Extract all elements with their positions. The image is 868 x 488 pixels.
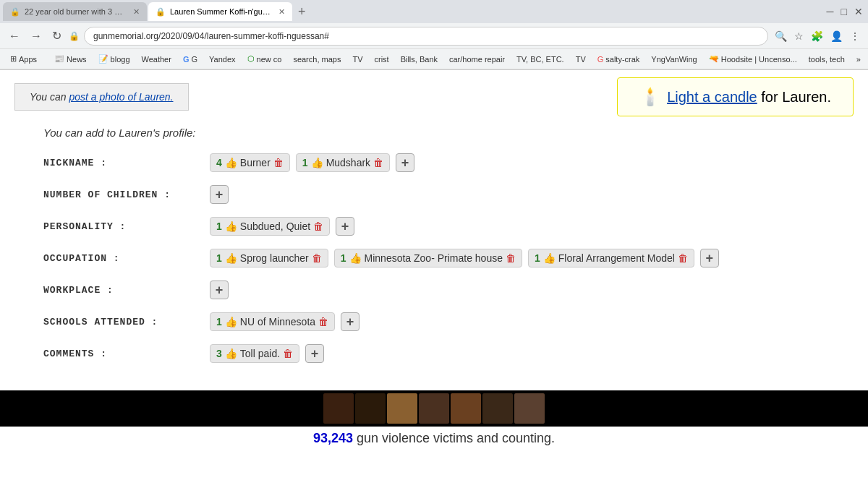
floral-trash-icon[interactable]: 🗑: [678, 252, 688, 264]
bookmark-car-home[interactable]: car/home repair: [445, 53, 509, 65]
bookmark-hoodsite[interactable]: 🔫 Hoodsite | Uncenso...: [705, 53, 801, 65]
zoo-trash-icon[interactable]: 🗑: [506, 252, 516, 264]
workplace-label: WORKPLACE :: [43, 281, 210, 296]
occupation-add-button[interactable]: +: [700, 249, 719, 267]
nickname-tag-mudshark[interactable]: 1 👍 Mudshark 🗑: [296, 153, 390, 172]
bookmark-g1[interactable]: G G: [179, 53, 202, 65]
person-photo-4: [419, 393, 449, 424]
schools-tag-nu-minnesota[interactable]: 1 👍 NU of Minnesota 🗑: [210, 312, 335, 331]
extensions-button[interactable]: 🧩: [809, 28, 825, 44]
menu-button[interactable]: ⋮: [848, 28, 862, 44]
person-photo-7: [514, 393, 545, 424]
bookmark-tv1[interactable]: TV: [348, 53, 367, 65]
nickname-tag-burner[interactable]: 4 👍 Burner 🗑: [210, 153, 290, 172]
nu-minnesota-count: 1: [216, 316, 222, 328]
bookmark-tv-bc-label: TV, BC, ETC.: [516, 55, 564, 64]
burner-thumb-icon: 👍: [225, 157, 237, 168]
star-button[interactable]: ☆: [792, 28, 806, 44]
g1-icon: G: [183, 55, 190, 64]
nu-minnesota-trash-icon[interactable]: 🗑: [318, 316, 328, 328]
occupation-values: 1 👍 Sprog launcher 🗑 1 👍 Minnesota Zoo- …: [210, 249, 719, 267]
tab-close-1[interactable]: ✕: [133, 7, 140, 17]
schools-attended-values: 1 👍 NU of Minnesota 🗑 +: [210, 312, 359, 331]
personality-tag-subdued[interactable]: 1 👍 Subdued, Quiet 🗑: [210, 217, 330, 236]
workplace-add-button[interactable]: +: [210, 281, 229, 299]
bookmark-more-label: »: [856, 55, 861, 64]
sprog-count: 1: [216, 252, 222, 264]
sprog-text: Sprog launcher: [240, 252, 309, 264]
workplace-values: +: [210, 281, 229, 299]
bookmark-tv2[interactable]: TV: [571, 53, 590, 65]
children-add-button[interactable]: +: [210, 185, 229, 204]
refresh-button[interactable]: ↻: [49, 26, 64, 46]
post-photo-link[interactable]: post a photo of Lauren.: [69, 91, 174, 103]
minimize-button[interactable]: ─: [825, 4, 836, 20]
tab-label-2: Lauren Summer Koffi-n'guessan...: [170, 7, 271, 16]
person-photo-5: [451, 393, 481, 424]
bookmark-tv-bc[interactable]: TV, BC, ETC.: [512, 53, 569, 65]
newco-icon: ⬡: [247, 54, 255, 64]
workplace-row: WORKPLACE : +: [43, 281, 825, 299]
nu-minnesota-text: NU of Minnesota: [240, 316, 315, 328]
personality-add-button[interactable]: +: [336, 217, 354, 236]
light-candle-link[interactable]: Light a candle: [667, 89, 757, 105]
comments-values: 3 👍 Toll paid. 🗑 +: [210, 344, 324, 363]
comments-add-button[interactable]: +: [305, 344, 324, 363]
tab-favicon-2: 🔒: [156, 7, 166, 17]
nickname-add-button[interactable]: +: [396, 153, 414, 172]
hoodsite-icon: 🔫: [709, 54, 719, 64]
new-tab-button[interactable]: +: [294, 4, 310, 20]
occupation-tag-zoo[interactable]: 1 👍 Minnesota Zoo- Primate house 🗑: [334, 249, 522, 267]
tab-active-2[interactable]: 🔒 Lauren Summer Koffi-n'guessan... ✕: [148, 2, 292, 21]
profile-section: You can add to Lauren's profile: NICKNAM…: [0, 119, 868, 390]
bookmark-more[interactable]: »: [852, 53, 865, 65]
back-button[interactable]: ←: [6, 27, 23, 46]
personality-row: PERSONALITY : 1 👍 Subdued, Quiet 🗑 +: [43, 217, 825, 236]
mudshark-trash-icon[interactable]: 🗑: [373, 157, 383, 168]
floral-count: 1: [535, 252, 540, 264]
occupation-tag-floral[interactable]: 1 👍 Floral Arrangement Model 🗑: [528, 249, 694, 267]
nav-bar: ← → ↻ 🔒 gunmemorial.org/2020/09/04/laure…: [0, 23, 868, 49]
bookmark-tools[interactable]: tools, tech: [804, 53, 849, 65]
address-bar[interactable]: gunmemorial.org/2020/09/04/lauren-summer…: [84, 27, 768, 46]
comments-tag-toll[interactable]: 3 👍 Toll paid. 🗑: [210, 344, 299, 363]
subdued-text: Subdued, Quiet: [240, 221, 310, 232]
bookmark-bills-bank-label: Bills, Bank: [401, 55, 438, 64]
bookmark-blogg[interactable]: 📝 blogg: [94, 53, 135, 65]
subdued-thumb-icon: 👍: [225, 221, 237, 232]
bookmark-weather[interactable]: Weather: [137, 53, 176, 65]
bookmark-apps[interactable]: ⊞ Apps: [6, 53, 41, 65]
bookmark-yngvan[interactable]: YngVanWing: [647, 53, 701, 65]
subdued-trash-icon[interactable]: 🗑: [313, 221, 323, 232]
maximize-button[interactable]: □: [839, 4, 849, 20]
candle-emoji: 🕯️: [639, 87, 661, 107]
tab-close-2[interactable]: ✕: [278, 7, 285, 17]
nu-minnesota-thumb-icon: 👍: [225, 316, 237, 328]
forward-button[interactable]: →: [27, 27, 45, 46]
mudshark-count: 1: [302, 157, 308, 168]
photo-prompt: You can post a photo of Lauren.: [14, 83, 189, 111]
burner-trash-icon[interactable]: 🗑: [273, 157, 284, 168]
profile-button[interactable]: 👤: [828, 28, 845, 44]
candle-text: Light a candle for Lauren.: [667, 89, 831, 106]
close-window-button[interactable]: ✕: [852, 4, 865, 20]
toll-trash-icon[interactable]: 🗑: [283, 348, 293, 359]
bookmark-newco-label: new co: [257, 55, 282, 64]
bookmarks-bar: ⊞ Apps 📰 News 📝 blogg Weather G G Yandex…: [0, 49, 868, 69]
bookmark-crist-label: crist: [374, 55, 388, 64]
mudshark-text: Mudshark: [326, 157, 370, 168]
bookmark-bills-bank[interactable]: Bills, Bank: [396, 53, 442, 65]
search-button[interactable]: 🔍: [773, 28, 789, 44]
occupation-tag-sprog[interactable]: 1 👍 Sprog launcher 🗑: [210, 249, 328, 267]
bookmark-crist[interactable]: crist: [370, 53, 393, 65]
tab-inactive-1[interactable]: 🔒 22 year old burner with 3 sprog... ✕: [3, 2, 147, 21]
bookmark-newco[interactable]: ⬡ new co: [243, 53, 286, 65]
bookmark-news[interactable]: 📰 News: [50, 53, 91, 65]
bookmark-search-maps[interactable]: search, maps: [289, 53, 345, 65]
bookmark-tv2-label: TV: [576, 55, 586, 64]
bookmark-yandex[interactable]: Yandex: [205, 53, 240, 65]
bookmark-salty[interactable]: G salty-crak: [593, 53, 644, 65]
zoo-count: 1: [341, 252, 346, 264]
schools-add-button[interactable]: +: [341, 312, 359, 331]
sprog-trash-icon[interactable]: 🗑: [312, 252, 322, 264]
